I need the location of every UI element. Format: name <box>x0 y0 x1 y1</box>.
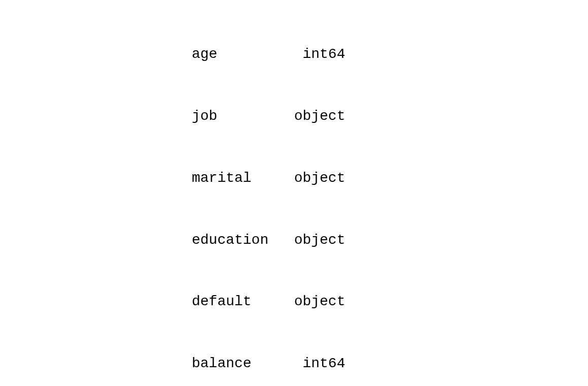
column-type: int64 <box>294 353 345 374</box>
dtype-row: defaultobject <box>192 292 588 312</box>
dtype-row: balanceint64 <box>192 353 588 374</box>
column-name: job <box>192 106 294 127</box>
column-type: object <box>294 292 345 312</box>
column-name: default <box>192 292 294 312</box>
column-name: balance <box>192 353 294 374</box>
column-type: object <box>294 106 345 127</box>
column-type: object <box>294 168 345 189</box>
column-name: marital <box>192 168 294 189</box>
dtype-row: jobobject <box>192 106 588 127</box>
dtype-row: maritalobject <box>192 168 588 189</box>
column-name: education <box>192 230 294 251</box>
dtypes-output: ageint64 jobobject maritalobject educati… <box>192 3 588 386</box>
dtype-row: ageint64 <box>192 44 588 65</box>
dtype-row: educationobject <box>192 230 588 251</box>
column-type: int64 <box>294 44 345 65</box>
column-name: age <box>192 44 294 65</box>
column-type: object <box>294 230 345 251</box>
